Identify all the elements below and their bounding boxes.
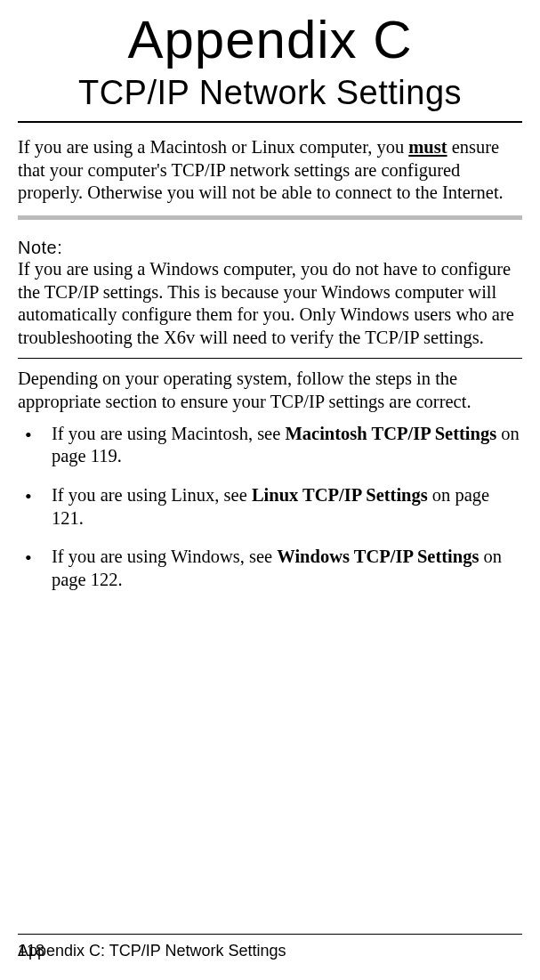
appendix-label: Appendix C [18, 0, 522, 70]
depending-paragraph: Depending on your operating system, foll… [18, 368, 522, 413]
intro-prefix: If you are using a Macintosh or Linux co… [18, 137, 408, 157]
page-number: 118 [18, 942, 44, 960]
bullet-bold: Windows TCP/IP Settings [277, 547, 479, 566]
bullet-prefix: If you are using Linux, see [52, 485, 252, 505]
note-top-divider [18, 215, 522, 220]
intro-paragraph: If you are using a Macintosh or Linux co… [18, 136, 522, 205]
note-bottom-divider [18, 358, 522, 359]
note-label: Note: [18, 238, 522, 258]
footer-text: Appendix C: TCP/IP Network Settings [18, 942, 286, 960]
list-item: If you are using Macintosh, see Macintos… [18, 423, 522, 468]
page-footer: Appendix C: TCP/IP Network Settings 118 [18, 934, 522, 960]
bullet-list: If you are using Macintosh, see Macintos… [18, 423, 522, 592]
bullet-bold: Linux TCP/IP Settings [252, 485, 428, 505]
intro-must: must [408, 137, 447, 157]
list-item: If you are using Windows, see Windows TC… [18, 546, 522, 591]
bullet-prefix: If you are using Macintosh, see [52, 424, 285, 443]
bullet-bold: Macintosh TCP/IP Settings [285, 424, 496, 443]
title-divider [18, 121, 522, 123]
list-item: If you are using Linux, see Linux TCP/IP… [18, 484, 522, 530]
bullet-prefix: If you are using Windows, see [52, 547, 277, 566]
footer-divider [18, 934, 522, 935]
chapter-title: TCP/IP Network Settings [18, 74, 522, 112]
note-body: If you are using a Windows computer, you… [18, 258, 522, 350]
